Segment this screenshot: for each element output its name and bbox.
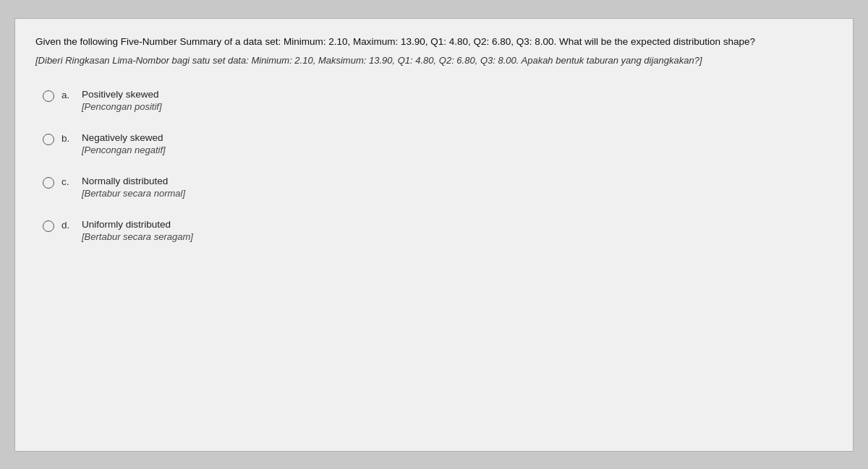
option-d-main: Uniformly distributed: [82, 219, 193, 230]
question-english: Given the following Five-Number Summary …: [35, 35, 833, 49]
option-content-d: Uniformly distributed [Bertabur secara s…: [82, 219, 193, 242]
option-a-translation: [Pencongan positif]: [82, 101, 162, 112]
option-c-translation: [Bertabur secara normal]: [82, 188, 185, 199]
option-row-a: a. Positively skewed [Pencongan positif]: [43, 89, 833, 112]
option-b-translation: [Pencongan negatif]: [82, 145, 166, 155]
option-row-c: c. Normally distributed [Bertabur secara…: [43, 176, 833, 199]
option-label-b: b.: [61, 133, 75, 144]
option-b-main: Negatively skewed: [82, 132, 166, 143]
option-c-main: Normally distributed: [82, 176, 185, 186]
option-label-d: d.: [61, 220, 75, 231]
radio-a[interactable]: [43, 90, 54, 102]
options-container: a. Positively skewed [Pencongan positif]…: [35, 89, 833, 242]
option-d-translation: [Bertabur secara seragam]: [82, 231, 193, 242]
radio-d[interactable]: [43, 220, 54, 232]
option-label-a: a.: [61, 90, 75, 100]
question-translation: [Diberi Ringkasan Lima-Nombor bagi satu …: [35, 53, 833, 68]
question-card: Given the following Five-Number Summary …: [14, 18, 854, 452]
option-content-c: Normally distributed [Bertabur secara no…: [82, 176, 185, 199]
option-content-b: Negatively skewed [Pencongan negatif]: [82, 132, 166, 155]
option-a-main: Positively skewed: [82, 89, 162, 100]
option-content-a: Positively skewed [Pencongan positif]: [82, 89, 162, 112]
option-row-d: d. Uniformly distributed [Bertabur secar…: [43, 219, 833, 242]
radio-b[interactable]: [43, 134, 54, 145]
radio-c[interactable]: [43, 177, 54, 189]
option-label-c: c.: [61, 176, 75, 187]
option-row-b: b. Negatively skewed [Pencongan negatif]: [43, 132, 833, 155]
